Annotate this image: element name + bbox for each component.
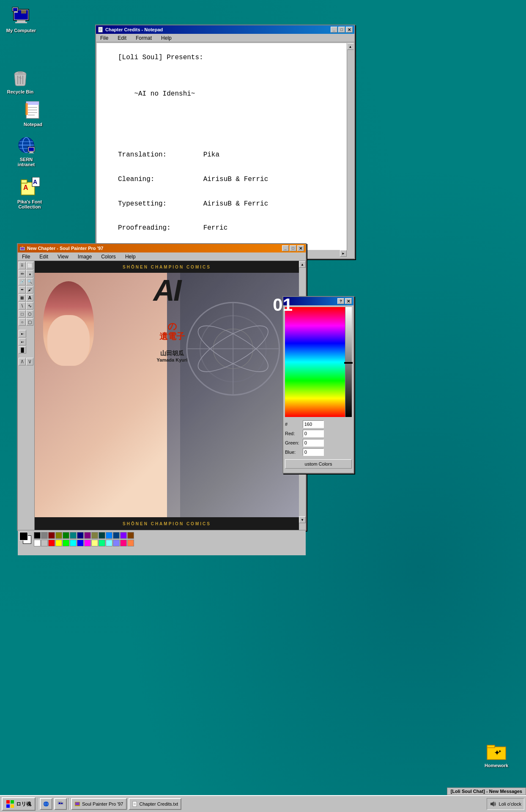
hash-input[interactable] <box>303 420 324 428</box>
notepad-menu-edit[interactable]: Edit <box>115 34 129 42</box>
fg-color-box[interactable] <box>19 532 28 540</box>
ellipse-tool[interactable]: ○ <box>19 318 26 326</box>
color-gradient[interactable] <box>285 307 352 417</box>
taskbar-quick-ie[interactable] <box>40 798 52 810</box>
painter-menu-colors[interactable]: Colors <box>99 253 118 261</box>
palette-color-r1-8[interactable] <box>91 532 98 539</box>
palette-color-r2-8[interactable] <box>91 540 98 546</box>
notepad-maximize-btn[interactable]: □ <box>338 27 345 33</box>
slash-tool[interactable]: /\ <box>19 358 26 365</box>
palette-color-r1-11[interactable] <box>113 532 120 539</box>
size-tool-1[interactable]: ▪▫ <box>19 338 26 346</box>
lasso-tool[interactable]: ⠿ <box>19 262 26 269</box>
palette-color-r2-13[interactable] <box>127 540 134 546</box>
text-tool[interactable]: A <box>26 294 33 302</box>
eyedropper-tool[interactable]: 💉 <box>19 278 26 285</box>
painter-menu-edit[interactable]: Edit <box>37 253 51 261</box>
rect-tool[interactable]: □ <box>19 310 26 318</box>
palette-color-r2-6[interactable] <box>77 540 84 546</box>
painter-taskbar-btn[interactable]: Soul Painter Pro '97 <box>71 798 127 810</box>
palette-color-r1-6[interactable] <box>77 532 84 539</box>
notepad-scrollbar[interactable]: ▲ ▼ <box>347 43 353 257</box>
sern-intranet-icon[interactable]: SERN intranet <box>9 133 43 169</box>
palette-color-r2-9[interactable] <box>99 540 105 546</box>
round-rect-tool[interactable]: ▢ <box>26 318 33 326</box>
canvas-scroll-up[interactable]: ▲ <box>299 261 306 268</box>
palette-color-r1-5[interactable] <box>70 532 77 539</box>
line-tool[interactable]: \ <box>19 302 26 310</box>
palette-color-r2-11[interactable] <box>113 540 120 546</box>
pikas-font-icon[interactable]: A A Pika's Font Collection <box>11 176 49 211</box>
painter-minimize-btn[interactable]: _ <box>282 245 289 251</box>
palette-color-r2-1[interactable] <box>41 540 48 546</box>
notepad-text[interactable]: [Loli Soul] Presents: ~AI no Idenshi~ Tr… <box>97 43 353 243</box>
color-close-btn[interactable]: ✕ <box>345 298 352 304</box>
notepad-menu-file[interactable]: File <box>98 34 111 42</box>
palette-color-r1-10[interactable] <box>106 532 112 539</box>
red-input[interactable] <box>303 430 324 437</box>
palette-color-r2-10[interactable] <box>106 540 112 546</box>
dot-tool[interactable]: ●◦ <box>19 330 26 337</box>
blue-input[interactable] <box>303 448 324 456</box>
palette-color-r1-7[interactable] <box>84 532 91 539</box>
my-computer-icon[interactable]: My Computer <box>4 4 38 35</box>
notepad-desktop-label: Notepad <box>24 122 42 127</box>
palette-color-r2-4[interactable] <box>63 540 69 546</box>
notepad-taskbar-btn[interactable]: Chapter Credits.txt <box>129 798 182 810</box>
start-button[interactable]: ロリ魂 <box>2 797 36 811</box>
palette-color-r2-7[interactable] <box>84 540 91 546</box>
brightness-bar[interactable] <box>345 307 352 417</box>
canvas-scroll-down[interactable]: ▼ <box>299 516 306 523</box>
notepad-titlebar[interactable]: Chapter Credits - Notepad _ □ ✕ <box>96 25 354 34</box>
recycle-bin-icon[interactable]: Recycle Bin <box>3 66 37 96</box>
select-tool[interactable]: ⬜ <box>26 262 33 269</box>
fill2-tool[interactable]: ▩ <box>19 294 26 302</box>
palette-color-r1-3[interactable] <box>55 532 62 539</box>
color-picker-titlebar[interactable]: ? ✕ <box>283 297 353 305</box>
brightness-slider[interactable] <box>344 362 353 364</box>
poly-tool[interactable]: ⬡ <box>26 310 33 318</box>
palette-color-r1-1[interactable] <box>41 532 48 539</box>
palette-color-r2-5[interactable] <box>70 540 77 546</box>
painter-menu-file[interactable]: File <box>19 253 33 261</box>
palette-color-r1-0[interactable] <box>34 532 41 539</box>
painter-menu-image[interactable]: Image <box>75 253 94 261</box>
scroll-track[interactable] <box>347 50 353 250</box>
homework-icon[interactable]: ✦ ✦ Homework <box>479 739 513 770</box>
painter-menu-view[interactable]: View <box>55 253 71 261</box>
palette-color-r2-3[interactable] <box>55 540 62 546</box>
size-tool-2[interactable]: █ <box>19 346 26 354</box>
palette-color-r1-4[interactable] <box>63 532 69 539</box>
painter-canvas-area[interactable]: SHŌNEN CHAMPION COMICS <box>35 261 306 530</box>
palette-color-r2-12[interactable] <box>120 540 127 546</box>
notepad-minimize-btn[interactable]: _ <box>331 27 337 33</box>
notepad-desktop-icon[interactable]: Notepad <box>16 98 50 129</box>
palette-color-r1-9[interactable] <box>99 532 105 539</box>
pencil-tool[interactable]: ✒ <box>19 286 26 294</box>
palette-color-r1-2[interactable] <box>48 532 55 539</box>
fill-tool[interactable]: ⬧ <box>26 270 33 277</box>
palette-color-r1-12[interactable] <box>120 532 127 539</box>
painter-titlebar[interactable]: New Chapter - Soul Painter Pro '97 _ □ ✕ <box>18 244 306 252</box>
custom-colors-btn[interactable]: ustom Colors <box>285 459 352 469</box>
notepad-menu-help[interactable]: Help <box>159 34 174 42</box>
fg-bg-colors[interactable] <box>19 532 31 544</box>
painter-close-btn[interactable]: ✕ <box>297 245 304 251</box>
green-input[interactable] <box>303 439 324 447</box>
notepad-close-btn[interactable]: ✕ <box>346 27 353 33</box>
notepad-menu-format[interactable]: Format <box>133 34 154 42</box>
paint-tool[interactable]: ✏ <box>19 270 26 277</box>
palette-color-r2-0[interactable] <box>34 540 41 546</box>
backslash-tool[interactable]: \/ <box>26 358 33 365</box>
color-help-btn[interactable]: ? <box>337 298 344 304</box>
painter-maximize-btn[interactable]: □ <box>290 245 296 251</box>
brush-tool[interactable]: 🖌 <box>26 286 33 294</box>
palette-color-r1-13[interactable] <box>127 532 134 539</box>
painter-menu-help[interactable]: Help <box>123 253 138 261</box>
palette-color-r2-2[interactable] <box>48 540 55 546</box>
scroll-right-btn[interactable]: ► <box>340 250 347 257</box>
scroll-up-btn[interactable]: ▲ <box>347 43 354 50</box>
curve-tool[interactable]: ∿ <box>26 302 33 310</box>
taskbar-quick-network[interactable] <box>54 798 67 810</box>
zoom-tool[interactable]: 🔍 <box>26 278 33 285</box>
